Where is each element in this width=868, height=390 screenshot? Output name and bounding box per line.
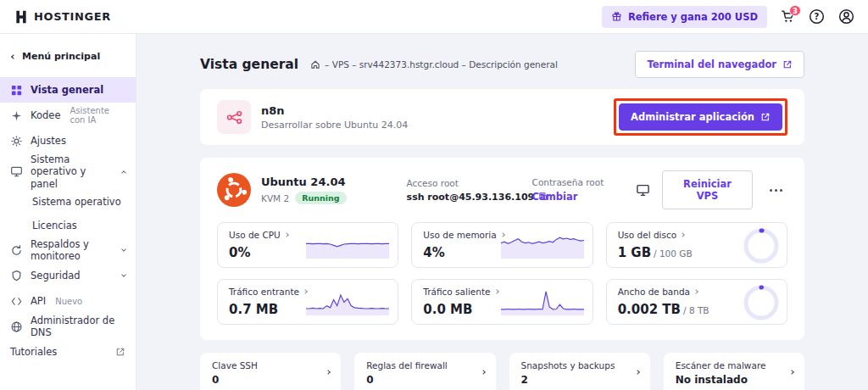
sidebar-label: Vista general	[31, 84, 103, 96]
chevron-right-icon	[680, 232, 685, 237]
sidebar-label: Administrador de DNS	[31, 315, 125, 339]
sidebar-label: Licencias	[32, 220, 77, 231]
application-card: n8n Desarrollar sobre Ubuntu 24.04 Admin…	[200, 89, 804, 145]
change-password-link[interactable]: Cambiar	[532, 191, 578, 203]
metric-label: Uso de CPU	[229, 230, 281, 240]
chevron-right-icon	[635, 370, 640, 375]
console-icon[interactable]	[636, 183, 650, 198]
help-button[interactable]: ?	[809, 8, 825, 25]
chevron-down-icon	[122, 276, 125, 276]
hostinger-hpanel: HOSTINGER Refiere y gana 200 USD	[0, 0, 868, 390]
profile-button[interactable]	[838, 8, 854, 25]
sidebar-item-sistema-operativo-panel[interactable]: Sistema operativo y panel	[0, 153, 136, 190]
home-icon[interactable]	[310, 59, 320, 70]
app-name: n8n	[261, 104, 408, 117]
breadcrumb: – VPS – srv442373.hstgr.cloud – Descripc…	[310, 59, 558, 70]
help-icon: ?	[809, 8, 825, 25]
chevron-right-icon	[789, 370, 794, 375]
sidebar-label: Respaldos y monitoreo	[31, 238, 114, 263]
chevron-right-icon	[693, 289, 698, 294]
shield-icon	[10, 270, 23, 282]
ssh-command: ssh root@45.93.136.109	[407, 192, 535, 203]
sidebar-label-suffix: Asistente con IA	[70, 106, 125, 125]
card-value: No instalado	[676, 374, 793, 386]
external-link-icon	[115, 347, 125, 357]
refresh-icon	[10, 244, 23, 257]
globe-icon	[10, 320, 23, 333]
metric-outbound-traffic[interactable]: Tráfico saliente 0.0 MB	[411, 279, 593, 325]
chevron-right-icon	[284, 232, 289, 237]
more-options-button[interactable]	[765, 186, 787, 195]
sidebar-label: Tutoriales	[10, 346, 57, 358]
grid-icon	[10, 84, 23, 97]
card-label: Clave SSH	[212, 360, 329, 370]
malware-scanner-card[interactable]: Escáner de malware No instalado	[664, 353, 804, 390]
terminal-button-label: Terminal del navegador	[647, 58, 776, 70]
back-to-main-menu[interactable]: Menú principal	[0, 44, 136, 69]
topbar: HOSTINGER Refiere y gana 200 USD	[0, 0, 868, 34]
sparkle-icon	[10, 109, 23, 122]
refer-and-earn-button[interactable]: Refiere y gana 200 USD	[602, 6, 767, 28]
sidebar-label: Kodee	[31, 109, 60, 121]
card-value: 0	[212, 374, 329, 386]
outbound-sparkline	[501, 287, 584, 315]
bandwidth-ring	[743, 284, 780, 321]
chevron-left-icon	[11, 54, 16, 59]
sidebar-subitem-licencias[interactable]: Licencias	[0, 214, 136, 237]
metric-bandwidth[interactable]: Ancho de banda 0.002 TB/ 8 TB	[606, 279, 787, 325]
sidebar-label: Seguridad	[31, 270, 81, 281]
manage-application-button[interactable]: Administrar aplicación	[619, 103, 782, 131]
restart-vps-button[interactable]: Reiniciar VPS	[662, 170, 754, 209]
metric-memory-usage[interactable]: Uso de memoria 4%	[411, 222, 593, 268]
sidebar-item-ajustes[interactable]: Ajustes	[0, 128, 136, 153]
browser-terminal-button[interactable]: Terminal del navegador	[635, 51, 804, 78]
monitor-icon	[10, 165, 23, 178]
ssh-key-card[interactable]: Clave SSH 0	[200, 353, 341, 390]
card-value: 0	[366, 374, 483, 386]
sidebar-item-seguridad[interactable]: Seguridad	[0, 263, 136, 288]
root-password-label: Contraseña root	[532, 177, 622, 187]
n8n-icon	[217, 100, 251, 134]
sidebar: Menú principal Vista general Kodee Asist…	[0, 34, 136, 390]
breadcrumb-text: – VPS – srv442373.hstgr.cloud – Descripc…	[325, 59, 558, 70]
status-badge: Running	[295, 192, 346, 204]
sidebar-item-kodee[interactable]: Kodee Asistente con IA	[0, 103, 136, 128]
hostinger-h-icon	[14, 9, 29, 25]
metric-disk-usage[interactable]: Uso del disco 1 GB/ 100 GB	[606, 222, 787, 268]
sidebar-item-vista-general[interactable]: Vista general	[0, 77, 136, 103]
sidebar-item-administrador-dns[interactable]: Administrador de DNS	[0, 314, 136, 339]
root-access-label: Acceso root	[407, 178, 519, 188]
restart-vps-label: Reiniciar VPS	[674, 178, 742, 202]
sidebar-label: Sistema operativo	[32, 196, 121, 208]
highlight-annotation: Administrar aplicación	[614, 98, 787, 136]
back-label: Menú principal	[22, 51, 100, 62]
brand-name: HOSTINGER	[34, 10, 111, 23]
sidebar-label-suffix: Nuevo	[55, 297, 82, 306]
gear-icon	[10, 135, 23, 148]
metric-cpu-usage[interactable]: Uso de CPU 0%	[217, 222, 398, 268]
card-label: Escáner de malware	[676, 360, 793, 370]
metric-inbound-traffic[interactable]: Tráfico entrante 0.7 MB	[217, 279, 398, 325]
disk-usage-ring	[743, 227, 780, 265]
card-value: 2	[521, 374, 638, 386]
sidebar-item-respaldos-monitoreo[interactable]: Respaldos y monitoreo	[0, 237, 136, 263]
sidebar-subitem-sistema-operativo[interactable]: Sistema operativo	[0, 190, 136, 214]
metric-label: Tráfico entrante	[229, 287, 299, 297]
snapshots-backups-card[interactable]: Snapshots y backups 2	[509, 353, 650, 390]
sidebar-item-api[interactable]: API Nuevo	[0, 288, 136, 314]
sidebar-item-tutoriales[interactable]: Tutoriales	[0, 339, 136, 365]
metric-value: 1 GB	[618, 245, 651, 260]
inbound-sparkline	[306, 287, 389, 315]
hostinger-logo[interactable]: HOSTINGER	[14, 9, 111, 25]
cart-button[interactable]: 3	[781, 9, 795, 24]
external-link-icon	[782, 59, 793, 70]
refer-label: Refiere y gana 200 USD	[628, 11, 758, 23]
os-name: Ubuntu 24.04	[261, 176, 407, 188]
firewall-rules-card[interactable]: Reglas del firewall 0	[354, 353, 495, 390]
cpu-sparkline	[306, 230, 389, 259]
page-title: Vista general	[200, 57, 298, 72]
plan-name: KVM 2	[261, 193, 289, 203]
external-link-icon	[760, 112, 771, 122]
code-brackets-icon	[10, 295, 23, 308]
manage-application-label: Administrar aplicación	[631, 111, 754, 123]
